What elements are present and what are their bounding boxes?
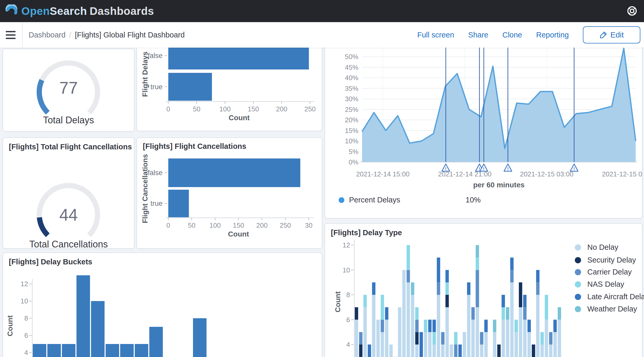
- clone-link[interactable]: Clone: [502, 31, 522, 39]
- svg-text:30%: 30%: [345, 95, 358, 103]
- svg-text:10: 10: [21, 297, 28, 305]
- legend-label: Security Delay: [587, 256, 636, 264]
- legend-label: NAS Delay: [587, 280, 624, 289]
- legend-item-security-delay[interactable]: Security Delay: [575, 256, 636, 264]
- area-legend-item[interactable]: Percent Delays: [339, 196, 400, 204]
- pencil-icon: [600, 31, 607, 39]
- panel-total-delays: 77 Total Delays: [3, 49, 134, 132]
- legend-dot-icon: [339, 197, 344, 203]
- svg-text:50%: 50%: [345, 53, 358, 61]
- panel-delay-buckets: [Flights] Delay Buckets 4681012Count: [3, 252, 322, 357]
- svg-text:4: 4: [346, 341, 350, 348]
- svg-text:true: true: [150, 200, 163, 207]
- logo-text-dashboards: Dashboards: [89, 5, 154, 17]
- page-title: [Flights] Global Flight Dashboard: [75, 31, 185, 39]
- svg-text:8: 8: [24, 314, 28, 322]
- opensearch-logo-icon: [5, 4, 18, 18]
- svg-text:8: 8: [346, 291, 350, 299]
- area-legend-value: 10%: [466, 196, 481, 204]
- svg-text:0%: 0%: [349, 158, 358, 166]
- legend-item-nas-delay[interactable]: NAS Delay: [575, 280, 624, 289]
- svg-text:30: 30: [305, 221, 313, 229]
- svg-text:2021-12-14 21:00: 2021-12-14 21:00: [438, 170, 491, 178]
- svg-text:Count: Count: [6, 315, 14, 336]
- svg-text:100: 100: [219, 105, 230, 113]
- edit-button-label: Edit: [610, 30, 624, 39]
- flight-cancellations-bar-chart: 05010015020025030falsetrueCountFlight Ca…: [137, 138, 322, 248]
- svg-text:0: 0: [166, 105, 170, 113]
- dashboard-toolbar: Dashboard / [Flights] Global Flight Dash…: [0, 22, 644, 48]
- panel-delay-type: [Flights] Delay Type 4681012Count No Del…: [325, 223, 642, 357]
- legend-dot-icon: [575, 269, 581, 275]
- toolbar-actions: Full screen Share Clone Reporting Edit: [417, 22, 641, 48]
- svg-text:Count: Count: [229, 114, 250, 122]
- svg-text:Flight Cancellations: Flight Cancellations: [141, 154, 149, 223]
- svg-text:150: 150: [233, 221, 244, 229]
- delay-buckets-chart: 4681012Count: [3, 253, 322, 357]
- svg-text:200: 200: [256, 221, 267, 229]
- svg-text:2021-12-15 03:00: 2021-12-15 03:00: [520, 170, 573, 178]
- panel-flight-delays: 050100150200250falsetrueCountFlight Dela…: [137, 48, 322, 131]
- svg-text:!: !: [507, 167, 509, 171]
- svg-text:35%: 35%: [345, 85, 358, 92]
- legend-dot-icon: [575, 306, 581, 312]
- svg-text:12: 12: [21, 280, 28, 288]
- svg-text:50: 50: [188, 221, 196, 229]
- app-header: OpenSearchDashboards: [0, 0, 644, 22]
- legend-item-late-aircraft-delay[interactable]: Late Aircraft Delay: [575, 292, 644, 301]
- svg-text:true: true: [150, 83, 163, 91]
- svg-text:10%: 10%: [345, 137, 358, 145]
- svg-text:!: !: [573, 167, 575, 171]
- panel-total-cancellations: [Flights] Total Flight Cancellations 44 …: [3, 137, 134, 249]
- legend-label: No Delay: [587, 243, 618, 252]
- breadcrumb-separator: /: [69, 31, 71, 39]
- reporting-link[interactable]: Reporting: [536, 31, 569, 39]
- legend-label: Carrier Delay: [587, 268, 632, 276]
- legend-item-no-delay[interactable]: No Delay: [575, 243, 618, 252]
- svg-text:100: 100: [209, 221, 221, 229]
- total-delays-value: 77: [3, 78, 134, 98]
- logo-text-search: Search: [50, 5, 87, 17]
- svg-text:250: 250: [280, 221, 291, 229]
- svg-text:10: 10: [343, 266, 350, 274]
- svg-text:Count: Count: [334, 291, 342, 313]
- svg-text:0: 0: [166, 221, 170, 229]
- opensearch-dashboards-app: OpenSearchDashboards Dashboard / [Flight…: [0, 0, 644, 357]
- svg-text:2021-12-15 09:00: 2021-12-15 09:00: [602, 170, 642, 178]
- legend-dot-icon: [575, 244, 581, 251]
- total-cancellations-label: Total Cancellations: [3, 239, 134, 250]
- svg-text:150: 150: [248, 105, 259, 113]
- total-cancellations-value: 44: [3, 205, 134, 225]
- area-legend-label: Percent Delays: [349, 196, 400, 204]
- legend-item-weather-delay[interactable]: Weather Delay: [575, 305, 637, 313]
- svg-text:200: 200: [276, 105, 287, 113]
- opensearch-logo[interactable]: OpenSearchDashboards: [5, 4, 154, 18]
- total-cancellations-gauge: [3, 138, 134, 248]
- svg-text:Count: Count: [228, 230, 249, 238]
- svg-text:50: 50: [193, 105, 201, 113]
- logo-text-open: Open: [21, 5, 50, 17]
- panel-percent-delays: 0%5%10%15%20%25%30%35%40%45%50%!!!!!2021…: [325, 48, 642, 219]
- share-link[interactable]: Share: [468, 31, 488, 39]
- svg-text:20%: 20%: [345, 116, 358, 124]
- svg-text:25%: 25%: [345, 106, 358, 113]
- panel-flight-cancellations: [Flights] Flight Cancellations 050100150…: [137, 137, 322, 249]
- legend-label: Weather Delay: [587, 305, 637, 313]
- breadcrumb: Dashboard / [Flights] Global Flight Dash…: [29, 22, 185, 48]
- edit-button[interactable]: Edit: [583, 26, 640, 43]
- legend-item-carrier-delay[interactable]: Carrier Delay: [575, 268, 632, 276]
- menu-icon[interactable]: [6, 29, 17, 41]
- legend-dot-icon: [575, 294, 581, 300]
- svg-text:per 60 minutes: per 60 minutes: [473, 181, 525, 189]
- svg-text:6: 6: [24, 332, 28, 339]
- toolbar-divider: [22, 22, 23, 48]
- svg-text:2021-12-14 15:00: 2021-12-14 15:00: [356, 170, 409, 178]
- svg-text:6: 6: [346, 316, 350, 324]
- flight-delays-bar-chart: 050100150200250falsetrueCountFlight Dela…: [137, 48, 322, 131]
- full-screen-link[interactable]: Full screen: [417, 31, 454, 39]
- breadcrumb-dashboard[interactable]: Dashboard: [29, 31, 66, 39]
- svg-text:false: false: [148, 52, 163, 60]
- svg-text:4: 4: [24, 349, 28, 356]
- svg-text:40%: 40%: [345, 74, 358, 82]
- help-icon[interactable]: [626, 5, 638, 17]
